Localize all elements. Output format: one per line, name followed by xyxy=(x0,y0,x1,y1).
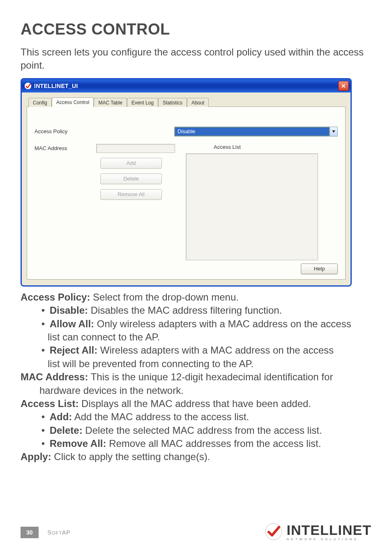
def-access-policy-head: Access Policy: xyxy=(21,292,90,303)
def-access-policy-text: Select from the drop-down menu. xyxy=(90,292,239,303)
window-body: Config Access Control MAC Table Event Lo… xyxy=(22,93,350,285)
def-accesslist-text: Displays all the MAC address that have b… xyxy=(78,398,311,409)
tab-event-log[interactable]: Event Log xyxy=(127,98,158,107)
access-list-box[interactable] xyxy=(186,153,318,260)
access-policy-label: Access Policy xyxy=(35,128,92,134)
definitions-block: Access Policy: Select from the drop-down… xyxy=(21,291,371,464)
def-reject-text1: Wireless adapters with a MAC address on … xyxy=(97,345,334,356)
def-disable-head: Disable: xyxy=(50,305,88,316)
chevron-down-icon xyxy=(332,130,335,133)
app-icon xyxy=(24,82,32,90)
access-list-label: Access List xyxy=(186,144,318,150)
tab-statistics[interactable]: Statistics xyxy=(158,98,187,107)
def-mac-text2: hardware devices in the network. xyxy=(39,385,184,396)
page-number-badge: 30 xyxy=(21,527,39,538)
window-title: INTELLINET_UI xyxy=(34,83,78,89)
def-remove-text: Remove all MAC addresses from the access… xyxy=(106,438,321,449)
close-icon: ✕ xyxy=(341,83,346,89)
def-apply-head: Apply: xyxy=(21,451,51,462)
brand-name: INTELLINET xyxy=(287,524,371,537)
remove-all-button[interactable]: Remove All xyxy=(100,189,162,200)
tab-config[interactable]: Config xyxy=(28,98,52,107)
def-delete-head: Delete: xyxy=(50,425,83,436)
def-accesslist-head: Access List: xyxy=(21,398,78,409)
def-reject-head: Reject All: xyxy=(50,345,97,356)
def-add-text: Add the MAC address to the access list. xyxy=(72,411,249,422)
close-button[interactable]: ✕ xyxy=(338,81,349,91)
def-allow-head: Allow All: xyxy=(50,318,94,329)
intro-text: This screen lets you configure the acces… xyxy=(21,46,371,72)
delete-button[interactable]: Delete xyxy=(100,174,162,184)
mac-address-input[interactable] xyxy=(96,144,175,153)
tab-mac-table[interactable]: MAC Table xyxy=(94,98,127,107)
dropdown-button[interactable] xyxy=(330,127,337,136)
tab-panel: Access Policy Disable MAC Address xyxy=(27,107,346,280)
add-button[interactable]: Add xyxy=(100,158,162,169)
tab-access-control[interactable]: Access Control xyxy=(52,97,94,107)
def-mac-text1: This is the unique 12-digit hexadecimal … xyxy=(88,371,333,382)
access-policy-value: Disable xyxy=(175,127,330,136)
def-disable-text: Disables the MAC address filtering funct… xyxy=(88,305,282,316)
brand-subtitle: NETWORK SOLUTIONS xyxy=(287,537,371,541)
def-add-head: Add: xyxy=(50,411,72,422)
def-remove-head: Remove All: xyxy=(50,438,106,449)
app-window: INTELLINET_UI ✕ Config Access Control MA… xyxy=(21,78,352,287)
def-allow-text2: list can connect to the AP. xyxy=(48,331,160,342)
brand-check-icon xyxy=(265,523,283,542)
brand-logo: INTELLINET NETWORK SOLUTIONS xyxy=(265,523,371,542)
window-titlebar: INTELLINET_UI ✕ xyxy=(22,79,350,93)
tab-about[interactable]: About xyxy=(187,98,209,107)
def-apply-text: Click to apply the setting change(s). xyxy=(51,451,210,462)
page-footer: 30 SOFTAP INTELLINET NETWORK SOLUTIONS xyxy=(21,523,371,542)
def-allow-text1: Only wireless adapters with a MAC addres… xyxy=(94,318,351,329)
footer-section-label: SOFTAP xyxy=(48,529,71,536)
def-mac-head: MAC Address: xyxy=(21,371,88,382)
def-reject-text2: list will be prevented from connecting t… xyxy=(48,358,254,369)
def-delete-text: Delete the selected MAC address from the… xyxy=(83,425,322,436)
help-button[interactable]: Help xyxy=(301,264,338,274)
access-policy-select[interactable]: Disable xyxy=(174,127,338,137)
mac-address-label: MAC Address xyxy=(35,145,92,151)
page-title: ACCESS CONTROL xyxy=(21,21,371,38)
tab-bar: Config Access Control MAC Table Event Lo… xyxy=(27,97,346,107)
